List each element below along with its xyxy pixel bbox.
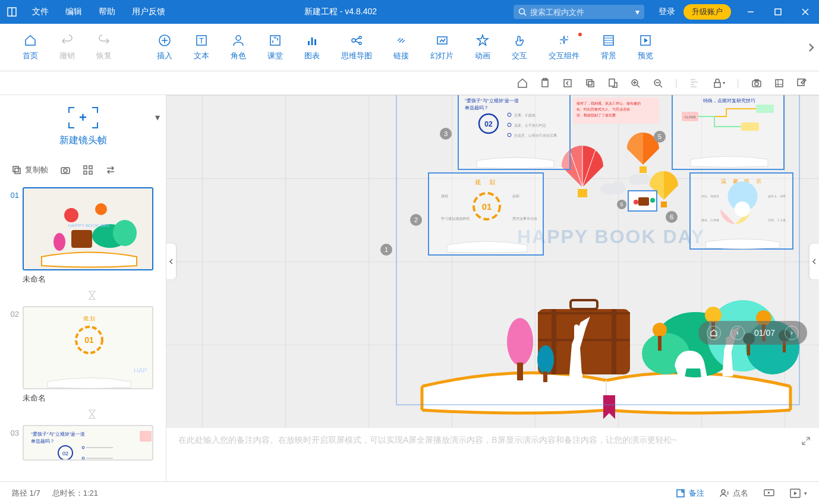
animation-label: 动画: [475, 51, 490, 61]
copy-icon[interactable]: [585, 78, 596, 89]
svg-rect-54: [755, 80, 758, 81]
svg-point-62: [64, 169, 67, 172]
slideshow-icon: [436, 34, 449, 47]
menu-file[interactable]: 文件: [24, 0, 57, 24]
slide-item[interactable]: 01 HAPPY BOOK DAY: [5, 187, 161, 285]
play-icon: [639, 34, 652, 47]
svg-rect-19: [311, 37, 313, 45]
svg-point-28: [560, 43, 561, 44]
align-icon[interactable]: [689, 78, 700, 89]
lock-icon[interactable]: ▾: [712, 78, 725, 89]
svg-point-2: [519, 9, 525, 14]
presentation-view-button[interactable]: [764, 489, 774, 498]
link-button[interactable]: 链接: [383, 30, 420, 65]
main-frame-border: [396, 95, 800, 405]
svg-line-24: [355, 38, 359, 40]
home-label: 首页: [23, 51, 38, 61]
svg-rect-69: [71, 230, 92, 248]
window-title: 新建工程 - v4.8.402: [174, 7, 508, 17]
swap-button[interactable]: [105, 165, 116, 175]
menu-help[interactable]: 帮助: [90, 0, 124, 24]
svg-text:01: 01: [84, 335, 94, 345]
page-next-button[interactable]: ›: [785, 326, 799, 340]
notes-toggle[interactable]: 备注: [676, 488, 704, 499]
search-icon: [518, 8, 527, 16]
camera-icon[interactable]: [751, 78, 762, 89]
preview-button[interactable]: 预览: [627, 30, 664, 65]
maximize-button[interactable]: [764, 0, 792, 24]
canvas-viewport[interactable]: HAPPY BOOK DAY: [166, 95, 819, 428]
notes-area[interactable]: 在此处输入您的备注内容。在放映时开启双屏模式，可以实现A屏全屏播放演示内容，B屏…: [166, 428, 819, 481]
insert-label: 插入: [157, 51, 172, 61]
named-label: 点名: [733, 488, 748, 499]
svg-line-25: [355, 41, 359, 43]
left-panel: + 新建镜头帧 ▾ 复制帧 01: [0, 95, 166, 481]
expand-notes-icon[interactable]: [801, 436, 811, 446]
copy-frame-label: 复制帧: [25, 165, 48, 175]
text-button[interactable]: T 文本: [183, 30, 220, 65]
paste-icon[interactable]: [607, 78, 618, 89]
home-button[interactable]: 首页: [12, 30, 49, 65]
collapse-left-button[interactable]: [166, 244, 176, 279]
collapse-right-button[interactable]: [809, 244, 819, 279]
named-toggle[interactable]: 点名: [720, 488, 748, 499]
canvas-area: HAPPY BOOK DAY: [166, 95, 819, 481]
page-home-button[interactable]: [707, 326, 721, 340]
hand-icon: [513, 34, 526, 47]
page-indicator: ‹ 01/07 ›: [698, 321, 807, 345]
redo-icon: [97, 34, 111, 47]
page-prev-button[interactable]: ‹: [730, 326, 745, 340]
undo-button[interactable]: 撤销: [49, 30, 86, 65]
undo-label: 撤销: [59, 51, 75, 61]
menu-edit[interactable]: 编辑: [57, 0, 90, 24]
menu-feedback[interactable]: 用户反馈: [124, 0, 174, 24]
upgrade-button[interactable]: 升级账户: [683, 4, 731, 20]
interaction-label: 交互: [512, 51, 527, 61]
chevron-down-icon[interactable]: ▾: [635, 7, 640, 17]
background-button[interactable]: 背景: [590, 30, 627, 65]
play-button[interactable]: ▾: [790, 489, 807, 498]
zoom-out-icon[interactable]: [653, 78, 663, 89]
close-button[interactable]: [792, 0, 819, 24]
crop-icon[interactable]: [774, 78, 785, 89]
svg-point-73: [95, 203, 107, 215]
back-icon[interactable]: [562, 78, 573, 89]
slide-thumbnail[interactable]: HAPPY BOOK DAY: [23, 187, 153, 270]
svg-text:HAP: HAP: [134, 367, 147, 374]
clipboard-icon[interactable]: [540, 78, 550, 89]
text-icon: T: [195, 34, 208, 47]
svg-rect-37: [587, 80, 592, 85]
classroom-button[interactable]: + 课堂: [257, 30, 294, 65]
slide-thumbnail[interactable]: 01 规 划 HAP: [23, 306, 153, 389]
role-button[interactable]: 角色: [220, 30, 257, 65]
component-button[interactable]: 交互组件: [538, 30, 590, 65]
animation-button[interactable]: 动画: [464, 30, 501, 65]
redo-button[interactable]: 恢复: [86, 30, 122, 65]
slideshow-button[interactable]: 幻灯片: [420, 30, 464, 65]
interaction-button[interactable]: 交互: [501, 30, 538, 65]
svg-text:02: 02: [62, 451, 68, 456]
search-box[interactable]: ▾: [514, 5, 644, 19]
new-frame-dropdown[interactable]: ▾: [155, 112, 160, 123]
svg-line-45: [660, 85, 662, 87]
home-small-icon[interactable]: [517, 78, 528, 89]
chart-button[interactable]: 图表: [294, 30, 330, 65]
slide-thumbnail[interactable]: "爱孩子"与"立规矩"是一道 单选题吗？ 02: [23, 425, 153, 461]
zoom-in-icon[interactable]: [630, 78, 641, 89]
svg-rect-36: [564, 80, 571, 87]
classroom-icon: +: [269, 34, 282, 47]
slide-item[interactable]: 03 "爱孩子"与"立规矩"是一道 单选题吗？ 02: [5, 425, 161, 461]
slide-item[interactable]: 02 01 规 划 HAP 未命名: [5, 306, 161, 404]
new-frame-label: 新建镜头帧: [59, 134, 107, 147]
minimize-button[interactable]: [737, 0, 764, 24]
insert-button[interactable]: 插入: [146, 30, 183, 65]
edit-icon[interactable]: [796, 78, 807, 89]
snapshot-button[interactable]: [60, 165, 71, 175]
copy-frame-button[interactable]: 复制帧: [12, 165, 48, 175]
mindmap-button[interactable]: 思维导图: [330, 30, 383, 65]
qr-button[interactable]: [83, 165, 93, 175]
new-frame-button[interactable]: + 新建镜头帧: [0, 95, 166, 159]
toolbar-more-icon[interactable]: [808, 43, 814, 52]
search-input[interactable]: [530, 8, 632, 17]
login-button[interactable]: 登录: [650, 7, 683, 17]
